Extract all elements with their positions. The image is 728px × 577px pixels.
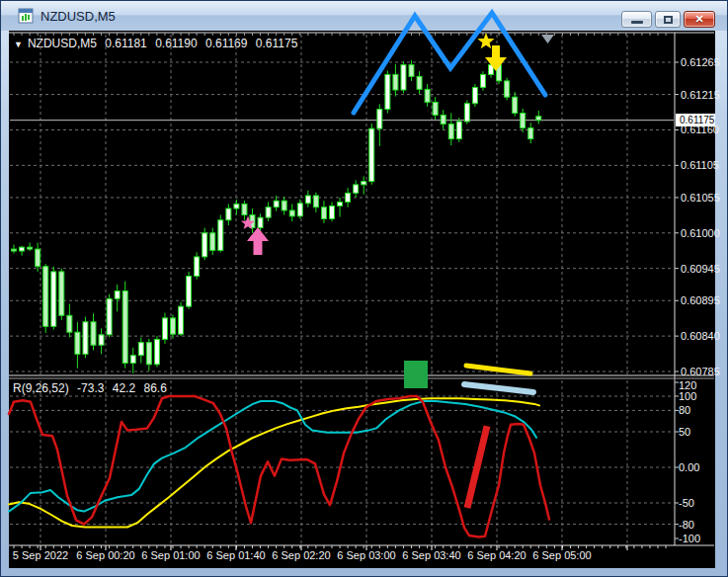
current-price-tag: 0.61175 [676,114,715,126]
close-icon: ✕ [685,13,714,26]
mt4-chart-window: NZDUSD,M5 ✕ ▼NZDUSD,M5 0.61181 0.61190 0… [0,0,728,577]
chart-canvas[interactable] [9,31,715,568]
window-title: NZDUSD,M5 [40,9,116,24]
titlebar[interactable]: NZDUSD,M5 ✕ [1,1,728,31]
close-button[interactable]: ✕ [684,11,715,28]
minimize-icon [631,21,643,24]
minimize-button[interactable] [621,11,652,28]
chart-app-icon [18,8,34,24]
restore-button[interactable] [655,11,681,28]
restore-icon [664,16,673,24]
